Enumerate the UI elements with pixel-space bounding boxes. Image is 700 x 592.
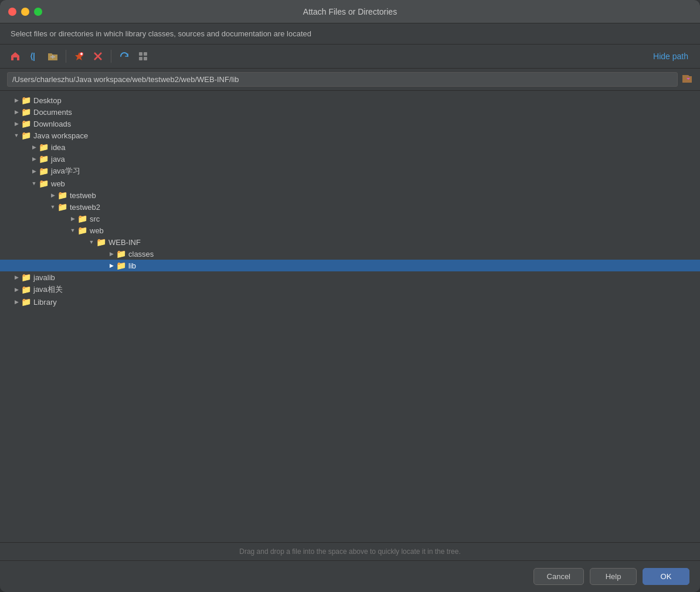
tree-item-java[interactable]: ▶ 📁 java xyxy=(0,153,700,165)
tree-item-web[interactable]: ▼ 📁 web xyxy=(0,178,700,189)
tree-item-lib[interactable]: ▶ 📁 lib xyxy=(0,260,700,271)
label-java: java xyxy=(51,155,65,164)
folder-icon-testweb: 📁 xyxy=(57,190,67,200)
label-library: Library xyxy=(33,298,57,307)
toggle-testweb2[interactable]: ▼ xyxy=(48,202,57,212)
label-desktop: Desktop xyxy=(33,96,62,105)
folder-icon-documents: 📁 xyxy=(21,107,31,117)
minimize-button[interactable] xyxy=(21,8,29,16)
path-dropdown-icon[interactable] xyxy=(681,72,693,87)
label-idea: idea xyxy=(51,143,66,152)
tree-item-java-related[interactable]: ▶ 📁 java相关 xyxy=(0,283,700,296)
tree-item-library[interactable]: ▶ 📁 Library xyxy=(0,296,700,308)
svg-rect-10 xyxy=(139,57,142,60)
label-web: web xyxy=(51,179,65,188)
favorites-btn[interactable] xyxy=(71,48,87,64)
tree-item-desktop[interactable]: ▶ 📁 Desktop xyxy=(0,94,700,106)
toggle-java[interactable]: ▶ xyxy=(29,154,39,164)
tree-item-classes[interactable]: ▶ 📁 classes xyxy=(0,248,700,260)
separator-1 xyxy=(66,50,66,63)
toggle-desktop[interactable]: ▶ xyxy=(12,96,21,105)
svg-rect-9 xyxy=(144,52,147,56)
folder-icon-java-workspace: 📁 xyxy=(21,131,31,140)
label-web-inf: WEB-INF xyxy=(108,238,141,247)
folder-icon-src: 📁 xyxy=(77,214,87,223)
toggle-java-related[interactable]: ▶ xyxy=(12,285,21,294)
toggle-web2[interactable]: ▼ xyxy=(68,226,77,235)
folder-icon-java-related: 📁 xyxy=(21,285,31,294)
separator-2 xyxy=(111,50,111,63)
toggle-web[interactable]: ▼ xyxy=(29,179,39,188)
svg-text:⟨|: ⟨| xyxy=(30,52,35,61)
tree-item-java-study[interactable]: ▶ 📁 java学习 xyxy=(0,165,700,178)
tree-item-testweb[interactable]: ▶ 📁 testweb xyxy=(0,189,700,201)
ok-button[interactable]: OK xyxy=(643,568,689,585)
label-testweb2: testweb2 xyxy=(70,203,100,212)
toggle-library[interactable]: ▶ xyxy=(12,297,21,307)
tree-item-src[interactable]: ▶ 📁 src xyxy=(0,213,700,224)
toggle-idea[interactable]: ▶ xyxy=(29,142,39,152)
footer: Cancel Help OK xyxy=(0,560,700,592)
toggle-javalib[interactable]: ▶ xyxy=(12,273,21,282)
grid-btn[interactable] xyxy=(135,48,151,64)
folder-icon-downloads: 📁 xyxy=(21,119,31,128)
folder-icon-javalib: 📁 xyxy=(21,273,31,282)
toggle-java-workspace[interactable]: ▼ xyxy=(12,131,21,140)
tree-item-documents[interactable]: ▶ 📁 Documents xyxy=(0,106,700,118)
tree-item-java-workspace[interactable]: ▼ 📁 Java workspace xyxy=(0,130,700,141)
cancel-button[interactable]: Cancel xyxy=(534,568,584,585)
drag-hint: Drag and drop a file into the space abov… xyxy=(0,542,700,560)
svg-rect-2 xyxy=(50,56,55,57)
folder-icon-desktop: 📁 xyxy=(21,96,31,105)
folder-icon-java-study: 📁 xyxy=(39,166,49,176)
folder-icon-classes: 📁 xyxy=(116,249,126,258)
dialog-window: Attach Files or Directories Select files… xyxy=(0,0,700,592)
refresh-btn[interactable] xyxy=(116,48,132,64)
home-btn[interactable] xyxy=(7,48,23,64)
toggle-classes[interactable]: ▶ xyxy=(107,249,116,258)
dialog-title: Attach Files or Directories xyxy=(303,7,397,16)
label-java-study: java学习 xyxy=(51,166,80,176)
hide-path-button[interactable]: Hide path xyxy=(648,49,693,63)
toggle-lib[interactable]: ▶ xyxy=(107,261,116,270)
svg-rect-11 xyxy=(144,57,147,60)
tree-scroll[interactable]: ▶ 📁 Desktop ▶ 📁 Documents ▶ 📁 Downloads … xyxy=(0,91,700,542)
folder-icon-lib: 📁 xyxy=(116,261,126,270)
toggle-web-inf[interactable]: ▼ xyxy=(87,237,96,247)
label-documents: Documents xyxy=(33,108,72,117)
label-web2: web xyxy=(90,226,104,235)
label-downloads: Downloads xyxy=(33,120,71,128)
close-button[interactable] xyxy=(8,8,16,16)
folder-icon-web: 📁 xyxy=(39,179,49,188)
tree-item-testweb2[interactable]: ▼ 📁 testweb2 xyxy=(0,201,700,213)
maximize-button[interactable] xyxy=(34,8,42,16)
folder-icon-library: 📁 xyxy=(21,297,31,307)
toggle-java-study[interactable]: ▶ xyxy=(29,166,39,176)
tree-item-downloads[interactable]: ▶ 📁 Downloads xyxy=(0,118,700,130)
tree-item-web2[interactable]: ▼ 📁 web xyxy=(0,224,700,236)
label-java-workspace: Java workspace xyxy=(33,131,88,140)
dialog-subtitle: Select files or directories in which lib… xyxy=(0,23,700,45)
toolbar: ⟨| xyxy=(0,45,700,69)
label-java-related: java相关 xyxy=(33,284,63,295)
svg-rect-8 xyxy=(139,52,142,56)
tree-item-web-inf[interactable]: ▼ 📁 WEB-INF xyxy=(0,236,700,248)
toggle-documents[interactable]: ▶ xyxy=(12,107,21,117)
window-controls xyxy=(8,8,42,16)
folder-icon-idea: 📁 xyxy=(39,142,49,152)
tree-item-idea[interactable]: ▶ 📁 idea xyxy=(0,141,700,153)
label-lib: lib xyxy=(128,261,136,270)
new-folder-btn[interactable] xyxy=(45,48,61,64)
help-button[interactable]: Help xyxy=(590,568,637,585)
tree-item-javalib[interactable]: ▶ 📁 javalib xyxy=(0,271,700,283)
toggle-downloads[interactable]: ▶ xyxy=(12,119,21,128)
folder-icon-java: 📁 xyxy=(39,154,49,164)
path-bar xyxy=(0,69,700,91)
toggle-src[interactable]: ▶ xyxy=(68,214,77,223)
toggle-testweb[interactable]: ▶ xyxy=(48,190,57,200)
path-input[interactable] xyxy=(7,72,678,87)
delete-btn[interactable] xyxy=(90,48,106,64)
tree-area: ▶ 📁 Desktop ▶ 📁 Documents ▶ 📁 Downloads … xyxy=(0,91,700,560)
back-btn[interactable]: ⟨| xyxy=(26,48,42,64)
title-bar: Attach Files or Directories xyxy=(0,0,700,23)
